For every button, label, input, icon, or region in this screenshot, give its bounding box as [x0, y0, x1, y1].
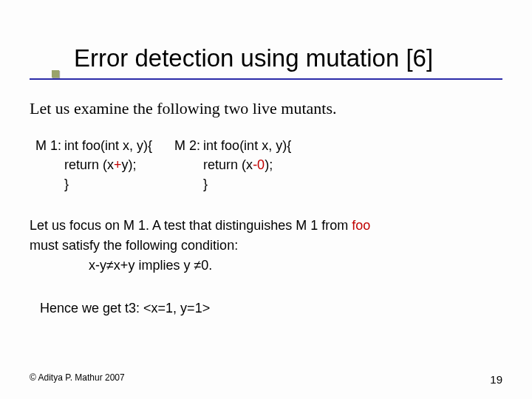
condition: x-y≠x+y implies y ≠0. — [89, 256, 502, 276]
mutation-operator: -0 — [253, 157, 265, 172]
mutants-row: M 1: int foo(int x, y){ return (x+y); } … — [35, 136, 502, 194]
explain-line-2: must satisfy the following condition: — [30, 236, 502, 256]
mutation-operator: + — [114, 157, 122, 172]
code-text: ); — [265, 157, 273, 172]
text: Let us focus on M 1. A test that disting… — [30, 218, 352, 233]
title-underline — [30, 78, 502, 80]
mutant-2: M 2: int foo(int x, y){ return (x-0); } — [174, 136, 291, 194]
code-line: } — [64, 174, 152, 194]
title-block: Error detection using mutation [6] — [74, 44, 502, 72]
page-number: 19 — [490, 373, 502, 386]
code-line: return (x+y); — [64, 155, 152, 174]
code-text: return (x — [64, 157, 114, 172]
code-line: return (x-0); — [203, 155, 291, 174]
intro-text: Let us examine the following two live mu… — [30, 99, 502, 118]
foo-ref: foo — [352, 218, 370, 233]
code-text: y); — [122, 157, 137, 172]
explanation: Let us focus on M 1. A test that disting… — [30, 216, 502, 276]
mutant-1: M 1: int foo(int x, y){ return (x+y); } — [35, 136, 152, 194]
code-text: return (x — [203, 157, 253, 172]
result-line: Hence we get t3: <x=1, y=1> — [40, 301, 502, 316]
code-line: } — [203, 174, 291, 194]
copyright: © Aditya P. Mathur 2007 — [30, 372, 125, 383]
mutant-1-code: int foo(int x, y){ return (x+y); } — [64, 136, 152, 194]
slide: Error detection using mutation [6] Let u… — [0, 0, 532, 399]
code-line: int foo(int x, y){ — [203, 136, 291, 155]
bullet-decoration — [52, 70, 59, 78]
mutant-2-label: M 2: — [174, 136, 200, 155]
explain-line-1: Let us focus on M 1. A test that disting… — [30, 216, 502, 236]
mutant-2-code: int foo(int x, y){ return (x-0); } — [203, 136, 291, 194]
slide-title: Error detection using mutation [6] — [74, 44, 502, 72]
code-line: int foo(int x, y){ — [64, 136, 152, 155]
mutant-1-label: M 1: — [35, 136, 61, 155]
